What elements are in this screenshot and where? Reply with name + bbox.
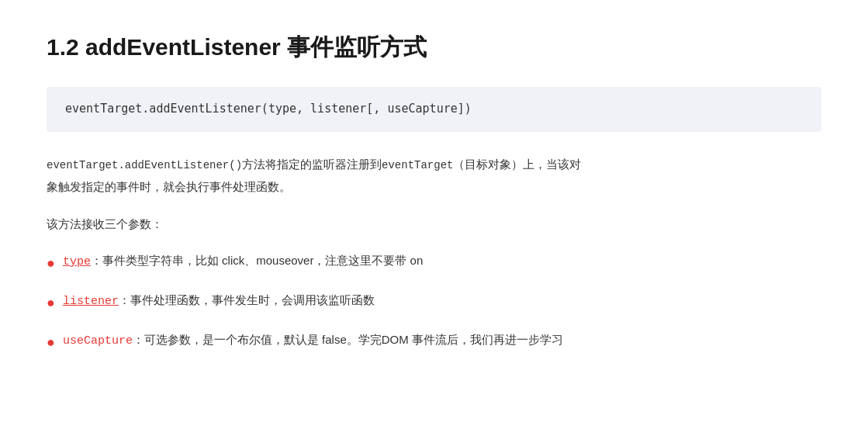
description-code-ref: eventTarget.addEventListener() <box>47 159 242 171</box>
code-example-block: eventTarget.addEventListener(type, liste… <box>47 87 821 132</box>
page-title: 1.2 addEventListener 事件监听方式 <box>47 31 821 64</box>
bullet-icon-1: ● <box>47 251 55 275</box>
param-item-listener: ● listener：事件处理函数，事件发生时，会调用该监听函数 <box>47 289 821 315</box>
param-name-listener: listener <box>63 295 119 308</box>
code-example-text: eventTarget.addEventListener(type, liste… <box>65 102 472 116</box>
description-text-1: 方法将指定的监听器注册到 <box>242 157 382 171</box>
description-code-ref2: eventTarget <box>382 159 453 171</box>
param-name-type: type <box>63 255 91 268</box>
param-content-listener: listener：事件处理函数，事件发生时，会调用该监听函数 <box>63 289 821 312</box>
param-name-usecapture: useCapture <box>63 334 133 348</box>
param-sep-3: ：可选参数，是一个布尔值，默认是 false。学完DOM 事件流后，我们再进一步… <box>133 333 563 346</box>
params-intro-text: 该方法接收三个参数： <box>47 213 821 236</box>
param-sep-2: ：事件处理函数，事件发生时，会调用该监听函数 <box>119 293 375 306</box>
bullet-icon-3: ● <box>47 330 55 355</box>
params-list: ● type：事件类型字符串，比如 click、mouseover，注意这里不要… <box>47 250 821 355</box>
description-text-3: 象触发指定的事件时，就会执行事件处理函数。 <box>47 180 291 193</box>
description-text-2: （目标对象）上，当该对 <box>453 157 581 171</box>
param-content-usecapture: useCapture：可选参数，是一个布尔值，默认是 false。学完DOM 事… <box>63 329 821 351</box>
param-item-usecapture: ● useCapture：可选参数，是一个布尔值，默认是 false。学完DOM… <box>47 329 821 355</box>
param-content-type: type：事件类型字符串，比如 click、mouseover，注意这里不要带 … <box>63 250 821 272</box>
description-paragraph: eventTarget.addEventListener()方法将指定的监听器注… <box>47 154 821 198</box>
param-item-type: ● type：事件类型字符串，比如 click、mouseover，注意这里不要… <box>47 250 821 275</box>
param-sep-1: ：事件类型字符串，比如 click、mouseover，注意这里不要带 on <box>91 254 423 267</box>
bullet-icon-2: ● <box>47 290 55 315</box>
